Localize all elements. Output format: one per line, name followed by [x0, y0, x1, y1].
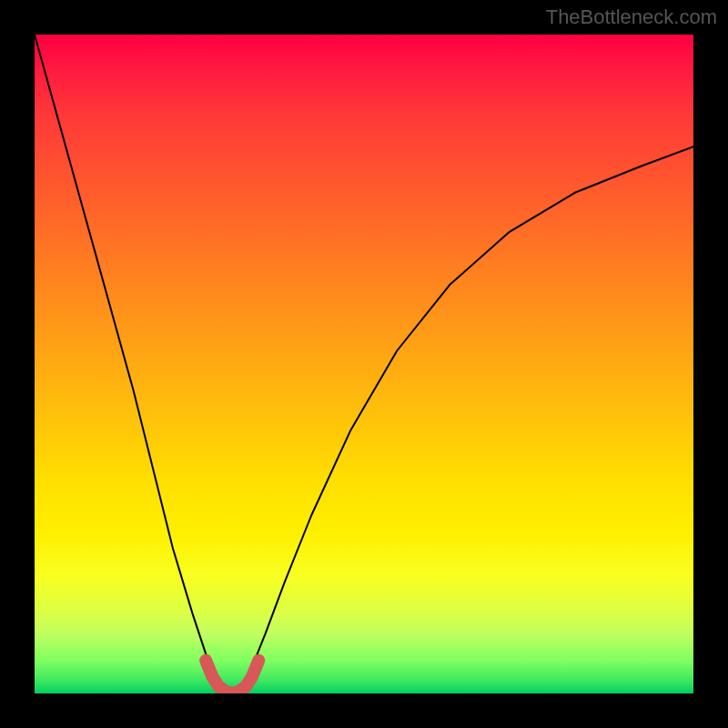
plot-area	[35, 35, 693, 693]
main-curve-path	[35, 35, 693, 693]
watermark-text: TheBottleneck.com	[546, 5, 717, 29]
chart-svg	[35, 35, 693, 693]
trough-marker-path	[206, 661, 258, 693]
